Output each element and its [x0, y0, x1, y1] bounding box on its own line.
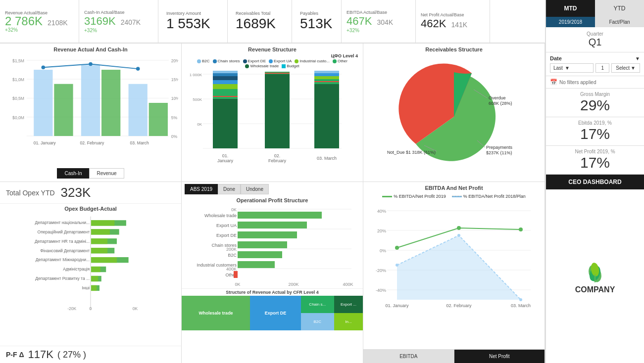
pf-value: 117K [28, 348, 53, 361]
svg-text:0K: 0K [133, 306, 138, 311]
svg-rect-91 [91, 285, 97, 291]
svg-text:Фінансовий Департамент: Фінансовий Департамент [40, 248, 90, 253]
budget-legend: Budget [282, 64, 299, 68]
ops-chart-title: Operational Profit Structure [182, 196, 363, 204]
svg-text:Департамент Розвитку та ...: Департамент Розвитку та ... [35, 276, 90, 281]
svg-text:Департамент національни...: Департамент національни... [35, 220, 90, 225]
chevron-down-icon[interactable]: ▼ [635, 56, 640, 61]
svg-point-131 [457, 234, 460, 237]
svg-text:$1,0M: $1,0M [12, 77, 24, 82]
svg-rect-107 [238, 231, 297, 238]
revenue-toggle-button[interactable]: Revenue [89, 168, 124, 179]
select-button[interactable]: Select ▼ [611, 63, 640, 73]
svg-text:Департамент HR та адміні...: Департамент HR та адміні... [35, 239, 90, 244]
svg-text:0K: 0K [197, 122, 202, 127]
svg-text:-20K: -20K [67, 306, 76, 311]
svg-marker-129 [397, 235, 521, 300]
ops-profit-chart: 0K 200K 400K Wholesale trade Export UA E… [182, 204, 363, 288]
last-select[interactable]: Last ▼ [550, 63, 594, 73]
netprofit-pct-label: Net Profit 2019, % [550, 149, 640, 154]
undone-button[interactable]: Undone [241, 184, 269, 194]
exportua-legend: Export UA [269, 59, 292, 63]
svg-text:$0,0M: $0,0M [12, 115, 24, 120]
netprofit-pct-section: Net Profit 2019, % 17% [546, 146, 644, 175]
industrial-legend: Industrial custo... [295, 59, 329, 63]
netprofit-toggle-button[interactable]: Net Profit [454, 350, 545, 363]
ebitda-chart-panel: EBITDA And Net Profit % EBITDA/Net Profi… [363, 182, 545, 363]
ytd-button[interactable]: YTD [595, 0, 644, 17]
svg-rect-79 [91, 248, 107, 253]
other-legend: Other [333, 59, 347, 63]
chart3-title: Receivables Structure [366, 46, 542, 52]
done-button[interactable]: Done [218, 184, 241, 194]
payables-label: Payables [300, 11, 333, 16]
svg-text:Адміністрація: Адміністрація [63, 267, 90, 272]
svg-text:Департамент Міжнародни...: Департамент Міжнародни... [36, 257, 90, 262]
abs-2019-button[interactable]: ABS 2019 [185, 184, 218, 194]
svg-rect-70 [91, 220, 114, 226]
right-panel: MTD YTD 2019/2018 Fact/Plan Quarter Q1 D… [545, 0, 644, 363]
date-label: Date [550, 55, 562, 61]
svg-rect-113 [238, 261, 275, 268]
svg-text:1 000K: 1 000K [190, 73, 202, 77]
svg-text:01.: 01. [222, 153, 229, 158]
svg-text:03. March: 03. March [130, 140, 149, 145]
inventory-label: Inventory Amount [166, 11, 219, 16]
svg-text:608K (28%): 608K (28%) [489, 101, 512, 106]
svg-rect-88 [91, 276, 98, 281]
svg-text:Інші: Інші [82, 285, 90, 290]
opex-panel: Total Opex YTD 323K Opex Budget-Actual Д… [0, 182, 182, 363]
svg-text:Export DE: Export DE [216, 233, 237, 238]
revenue-actual: 2 786K [5, 15, 43, 27]
opex-pf-row: P-F Δ 117K ( 27% ) [0, 346, 181, 363]
no-filter-text: No filters applied [559, 80, 596, 85]
netprofit-pct-value: 17% [550, 154, 640, 171]
treemap-chart: Wholesale trade Export DE Chain s... B2C… [182, 296, 363, 330]
svg-text:Industrial customers: Industrial customers [197, 263, 237, 268]
svg-text:5%: 5% [171, 115, 178, 120]
ebitda-pct: +32% [347, 28, 410, 33]
ebitda-legend2: % EBITDA/Net Profit 2018/Plan [452, 194, 526, 199]
svg-text:0K: 0K [235, 282, 240, 287]
revenue-structure-chart: 1 000K 500K 0K [185, 69, 360, 163]
ebitda-pct-label: Ebitda 2019, % [550, 120, 640, 126]
period-factplan-button[interactable]: Fact/Plan [595, 17, 644, 27]
svg-text:$237K (11%): $237K (11%) [486, 150, 512, 155]
svg-rect-41 [213, 76, 238, 80]
svg-text:-20%: -20% [376, 268, 386, 273]
quarter-section: Quarter Q1 [546, 27, 644, 52]
svg-rect-40 [213, 80, 238, 84]
svg-text:400K: 400K [343, 282, 353, 287]
svg-point-26 [136, 67, 140, 71]
svg-rect-52 [314, 71, 339, 73]
svg-text:0: 0 [90, 306, 92, 311]
b2c-legend: B2C [197, 59, 210, 63]
receivables-kpi: Receivables Total 1689K [228, 0, 292, 43]
period-row: 2019/2018 Fact/Plan [546, 17, 644, 27]
mtd-button[interactable]: MTD [546, 0, 595, 17]
svg-point-130 [396, 264, 398, 267]
svg-text:Not_Due $1 318K (61%): Not_Due $1 318K (61%) [387, 150, 436, 155]
svg-rect-50 [314, 76, 339, 79]
svg-rect-76 [91, 238, 107, 244]
cashin-toggle-button[interactable]: Cash-In [57, 168, 89, 179]
svg-text:$1,5M: $1,5M [12, 58, 24, 63]
svg-rect-82 [91, 257, 117, 263]
svg-rect-73 [91, 229, 110, 234]
quarter-value: Q1 [550, 37, 640, 48]
netprofit-kpi: Net Profit Actual/Base 462K 141K [416, 0, 490, 43]
cashin-pct: +32% [84, 28, 153, 33]
ebitda-toggle-button[interactable]: EBITDA [363, 350, 454, 363]
ebitda-actual: 467K [347, 15, 372, 28]
num-input[interactable]: 1 [595, 63, 609, 73]
receivables-label: Receivables Total [236, 11, 284, 16]
svg-text:Chain stores: Chain stores [211, 243, 237, 248]
svg-rect-45 [265, 74, 290, 148]
svg-text:10%: 10% [171, 96, 178, 101]
svg-text:40%: 40% [377, 209, 386, 214]
ceo-title: CEO DASHBOARD [546, 175, 644, 189]
svg-text:B2C: B2C [228, 253, 237, 258]
period-2019-button[interactable]: 2019/2018 [546, 17, 595, 27]
svg-text:Overdue: Overdue [489, 95, 506, 100]
svg-rect-51 [314, 73, 339, 76]
